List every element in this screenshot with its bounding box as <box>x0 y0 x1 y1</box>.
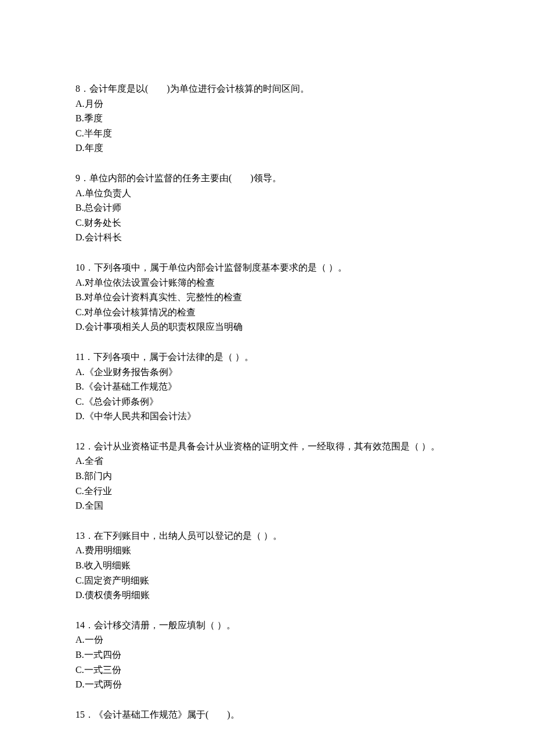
question-number: 11． <box>75 352 93 362</box>
question-body: 会计年度是以( )为单位进行会计核算的时间区间。 <box>89 84 309 93</box>
option-c: C.《总会计师条例》 <box>75 394 459 409</box>
question-stem: 15．《会计基础工作规范》属于( )。 <box>75 707 459 722</box>
question-8: 8．会计年度是以( )为单位进行会计核算的时间区间。 A.月份 B.季度 C.半… <box>75 81 459 156</box>
option-c: C.一式三份 <box>75 663 459 678</box>
option-a: A.对单位依法设置会计账簿的检查 <box>75 275 459 290</box>
question-11: 11．下列各项中，属于会计法律的是（ ）。 A.《企业财务报告条例》 B.《会计… <box>75 350 459 424</box>
option-b: B.季度 <box>75 111 459 126</box>
question-body: 会计从业资格证书是具备会计从业资格的证明文件，一经取得，其有效范围是（ ）。 <box>94 441 440 451</box>
option-b: B.总会计师 <box>75 200 459 215</box>
question-stem: 10．下列各项中，属于单位内部会计监督制度基本要求的是（ ）。 <box>75 260 459 275</box>
question-body: 会计移交清册，一般应填制（ ）。 <box>94 620 236 630</box>
question-body: 《会计基础工作规范》属于( )。 <box>94 710 240 719</box>
question-number: 15． <box>75 710 94 719</box>
question-10: 10．下列各项中，属于单位内部会计监督制度基本要求的是（ ）。 A.对单位依法设… <box>75 260 459 334</box>
question-stem: 12．会计从业资格证书是具备会计从业资格的证明文件，一经取得，其有效范围是（ ）… <box>75 439 459 454</box>
question-number: 9． <box>75 173 89 183</box>
document-content: 8．会计年度是以( )为单位进行会计核算的时间区间。 A.月份 B.季度 C.半… <box>75 81 459 722</box>
option-d: D.会计科长 <box>75 230 459 245</box>
question-14: 14．会计移交清册，一般应填制（ ）。 A.一份 B.一式四份 C.一式三份 D… <box>75 618 459 692</box>
option-d: D.一式两份 <box>75 677 459 692</box>
option-a: A.全省 <box>75 453 459 469</box>
question-number: 10． <box>75 262 94 272</box>
question-15: 15．《会计基础工作规范》属于( )。 <box>75 707 459 722</box>
option-a: A.一份 <box>75 632 459 647</box>
option-b: B.收入明细账 <box>75 558 459 573</box>
question-12: 12．会计从业资格证书是具备会计从业资格的证明文件，一经取得，其有效范围是（ ）… <box>75 439 459 513</box>
option-b: B.对单位会计资料真实性、完整性的检查 <box>75 290 459 305</box>
option-d: D.全国 <box>75 498 459 513</box>
option-b: B.《会计基础工作规范》 <box>75 379 459 394</box>
question-number: 14． <box>75 620 94 630</box>
option-a: A.费用明细账 <box>75 543 459 558</box>
question-body: 下列各项中，属于会计法律的是（ ）。 <box>93 352 254 362</box>
question-number: 8． <box>75 84 89 93</box>
option-c: C.对单位会计核算情况的检查 <box>75 305 459 320</box>
question-body: 单位内部的会计监督的任务主要由( )领导。 <box>89 173 282 183</box>
question-stem: 8．会计年度是以( )为单位进行会计核算的时间区间。 <box>75 81 459 96</box>
question-stem: 9．单位内部的会计监督的任务主要由( )领导。 <box>75 171 459 186</box>
option-d: D.年度 <box>75 141 459 156</box>
option-d: D.债权债务明细账 <box>75 588 459 603</box>
question-stem: 11．下列各项中，属于会计法律的是（ ）。 <box>75 350 459 365</box>
question-stem: 13．在下列账目中，出纳人员可以登记的是（ ）。 <box>75 528 459 543</box>
question-13: 13．在下列账目中，出纳人员可以登记的是（ ）。 A.费用明细账 B.收入明细账… <box>75 528 459 603</box>
option-b: B.一式四份 <box>75 647 459 663</box>
option-a: A.单位负责人 <box>75 186 459 201</box>
question-number: 13． <box>75 531 94 541</box>
option-a: A.月份 <box>75 96 459 111</box>
option-c: C.全行业 <box>75 484 459 499</box>
question-9: 9．单位内部的会计监督的任务主要由( )领导。 A.单位负责人 B.总会计师 C… <box>75 171 459 245</box>
question-body: 在下列账目中，出纳人员可以登记的是（ ）。 <box>94 531 282 541</box>
option-d: D.《中华人民共和国会计法》 <box>75 409 459 424</box>
option-c: C.固定资产明细账 <box>75 573 459 588</box>
option-c: C.半年度 <box>75 126 459 141</box>
question-number: 12． <box>75 441 94 451</box>
option-a: A.《企业财务报告条例》 <box>75 365 459 380</box>
question-body: 下列各项中，属于单位内部会计监督制度基本要求的是（ ）。 <box>94 262 347 272</box>
question-stem: 14．会计移交清册，一般应填制（ ）。 <box>75 618 459 633</box>
option-c: C.财务处长 <box>75 215 459 231</box>
option-d: D.会计事项相关人员的职责权限应当明确 <box>75 319 459 334</box>
option-b: B.部门内 <box>75 469 459 484</box>
